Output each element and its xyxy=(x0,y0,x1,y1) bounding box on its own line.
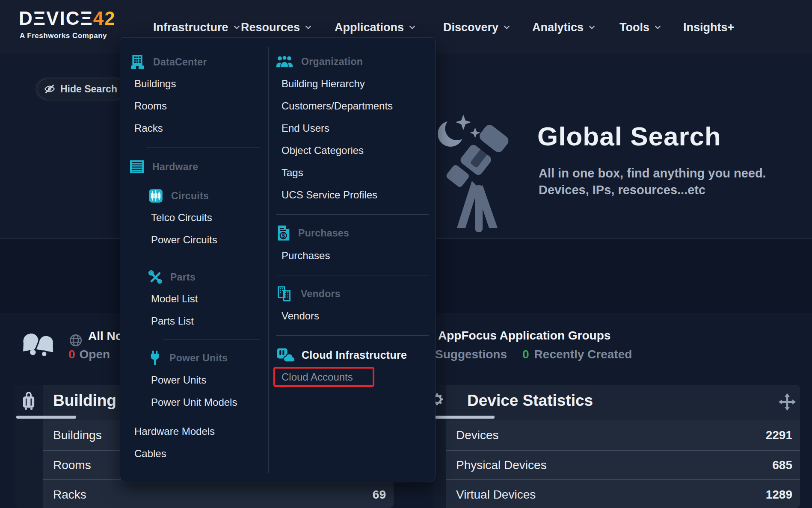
table-row[interactable]: Physical Devices 685 xyxy=(446,450,800,479)
row-value: 1289 xyxy=(766,488,792,502)
device42-logo[interactable]: DΞVICΞ42 xyxy=(19,8,116,29)
table-row[interactable]: Devices 2291 xyxy=(446,420,800,450)
hide-search-label: Hide Search xyxy=(60,83,117,95)
nav-analytics[interactable]: Analytics xyxy=(532,19,595,36)
menu-section-organization: Organization xyxy=(275,52,363,71)
chevron-down-icon xyxy=(234,25,240,30)
table-row[interactable]: Virtual Devices 1289 xyxy=(446,479,800,508)
menu-item-vendors[interactable]: Vendors xyxy=(282,307,319,325)
menu-item-power-units[interactable]: Power Units xyxy=(151,371,206,389)
row-label: Racks xyxy=(53,488,86,502)
menu-item-tags[interactable]: Tags xyxy=(282,164,303,182)
menu-item-model-list[interactable]: Model List xyxy=(151,290,198,308)
chevron-down-icon xyxy=(305,25,311,30)
infrastructure-dropdown-menu: DataCenter Buildings Rooms Racks Hardwar… xyxy=(120,37,436,482)
menu-item-building-hierarchy[interactable]: Building Hierarchy xyxy=(282,75,365,93)
datacenter-building-icon xyxy=(129,53,146,71)
eye-off-icon xyxy=(44,83,55,95)
global-search-title: Global Search xyxy=(537,121,721,151)
table-row[interactable]: Racks 69 xyxy=(43,479,394,508)
globe-icon xyxy=(68,333,83,348)
device-card-title: Device Statistics xyxy=(467,392,593,410)
menu-item-telco-circuits[interactable]: Telco Circuits xyxy=(151,209,212,227)
menu-column-divider xyxy=(268,47,269,473)
suggestions-label: Suggestions xyxy=(435,348,507,361)
menu-divider xyxy=(276,214,429,215)
menu-item-rooms[interactable]: Rooms xyxy=(134,97,167,115)
svg-text:$: $ xyxy=(282,232,285,239)
appfocus-status: Suggestions 0 Recently Created xyxy=(435,348,632,361)
nav-tools[interactable]: Tools xyxy=(619,19,661,36)
row-label: Physical Devices xyxy=(456,458,547,472)
menu-item-ucs-service-profiles[interactable]: UCS Service Profiles xyxy=(282,186,377,204)
appfocus-title: AppFocus Application Groups xyxy=(438,329,610,343)
vendor-buildings-icon xyxy=(276,285,293,302)
menu-section-cloud-infrastructure: Cloud Infrastructure xyxy=(276,346,407,364)
nav-insights[interactable]: Insights+ xyxy=(683,19,734,36)
menu-item-cables[interactable]: Cables xyxy=(134,445,166,463)
menu-item-hardware-models[interactable]: Hardware Models xyxy=(134,422,215,440)
nav-applications[interactable]: Applications xyxy=(335,19,415,36)
nav-infrastructure[interactable]: Infrastructure xyxy=(153,19,240,36)
server-rack-icon xyxy=(129,159,145,175)
building-card-accent-bar xyxy=(16,416,76,419)
recently-created-count: 0 xyxy=(522,348,529,361)
notification-bells-icon xyxy=(20,330,59,364)
chevron-down-icon xyxy=(504,25,510,30)
chevron-down-icon xyxy=(409,25,415,30)
move-icon[interactable] xyxy=(778,393,797,411)
menu-divider xyxy=(276,335,429,336)
menu-divider xyxy=(163,258,260,258)
row-value: 2291 xyxy=(766,428,792,442)
open-label: Open xyxy=(80,348,110,361)
building-card-side-tab xyxy=(15,385,43,508)
device42-dashboard: DΞVICΞ42 A Freshworks Company Infrastruc… xyxy=(0,0,812,508)
logo-tagline: A Freshworks Company xyxy=(20,32,107,40)
cloud-server-icon xyxy=(276,347,294,363)
menu-section-purchases: $ Purchases xyxy=(276,224,349,242)
device-statistics-card: Device Statistics Devices 2291 Physical … xyxy=(433,385,800,508)
nav-discovery[interactable]: Discovery xyxy=(443,19,510,36)
row-value: 69 xyxy=(373,488,386,502)
menu-section-parts: Parts xyxy=(148,268,196,286)
open-count: 0 xyxy=(68,348,75,361)
row-label: Buildings xyxy=(53,428,102,442)
briefcase-icon xyxy=(20,391,38,411)
row-value: 685 xyxy=(772,458,792,472)
hide-search-button[interactable]: Hide Search xyxy=(37,79,127,99)
global-search-subtitle-1: All in one box, find anything you need. xyxy=(539,166,766,180)
tools-icon xyxy=(148,269,163,285)
menu-divider xyxy=(276,275,429,275)
menu-item-end-users[interactable]: End Users xyxy=(282,119,329,137)
nav-resources[interactable]: Resources xyxy=(241,19,311,36)
recently-created-label: Recently Created xyxy=(534,348,632,361)
device-card-accent-bar xyxy=(435,416,495,419)
menu-item-power-unit-models[interactable]: Power Unit Models xyxy=(151,393,237,411)
menu-section-hardware: Hardware xyxy=(129,157,198,176)
menu-item-buildings[interactable]: Buildings xyxy=(134,75,176,93)
menu-item-cloud-accounts[interactable]: Cloud Accounts xyxy=(282,368,353,386)
menu-item-power-circuits[interactable]: Power Circuits xyxy=(151,231,217,249)
row-label: Rooms xyxy=(53,458,91,472)
telescope-icon xyxy=(436,106,538,247)
logo-device: DΞVICΞ xyxy=(19,8,93,29)
menu-item-racks[interactable]: Racks xyxy=(134,119,163,137)
global-search-subtitle-2: Devices, IPs, resources...etc xyxy=(539,183,705,197)
menu-item-parts-list[interactable]: Parts List xyxy=(151,312,194,330)
chevron-down-icon xyxy=(655,25,661,30)
people-group-icon xyxy=(275,55,294,68)
chevron-down-icon xyxy=(589,25,595,30)
menu-item-purchases[interactable]: Purchases xyxy=(282,247,330,265)
menu-item-object-categories[interactable]: Object Categories xyxy=(282,142,364,159)
row-label: Devices xyxy=(456,428,499,442)
logo-42: 42 xyxy=(93,8,116,29)
invoice-icon: $ xyxy=(276,224,291,242)
menu-section-power-units: Power Units xyxy=(148,349,228,367)
row-label: Virtual Devices xyxy=(456,488,536,502)
menu-section-circuits: Circuits xyxy=(148,186,209,205)
power-plug-icon xyxy=(148,350,162,366)
menu-divider xyxy=(163,340,260,340)
notifications-open-status: 0 Open xyxy=(68,348,110,361)
menu-section-vendors: Vendors xyxy=(276,284,341,303)
menu-item-customers-departments[interactable]: Customers/Departments xyxy=(282,97,393,115)
